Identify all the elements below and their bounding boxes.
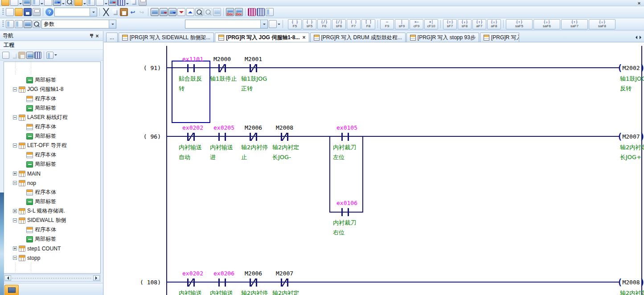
ladder-contact[interactable]: M2008 轴2内衬定长JOG- bbox=[269, 124, 300, 133]
ladder-contact[interactable]: ex0205 内衬输送进 bbox=[206, 124, 238, 133]
collapse-icon[interactable] bbox=[13, 218, 17, 222]
chevron-down-icon[interactable] bbox=[62, 3, 65, 6]
tree-item[interactable]: JOG 伺服轴1-8 bbox=[4, 85, 100, 94]
chevron-down-icon[interactable] bbox=[278, 24, 280, 26]
ladder-editor-canvas[interactable]: ( 91) ex1101 贴合鼓反转 M2000 轴1鼓停止 M2001 轴1鼓… bbox=[104, 42, 644, 295]
tree-item[interactable]: S-L 规格存储调. bbox=[4, 206, 100, 216]
device-batch-monitor-icon[interactable]: Dev bbox=[235, 8, 243, 16]
tab-sidewall[interactable]: [PRG]R 写入 SIDEWALL 胎侧架... bbox=[119, 33, 214, 42]
diagnostics-icon[interactable] bbox=[74, 0, 82, 6]
fkey-falling-pulse-close-branch[interactable]: ┤↓├saF8 bbox=[589, 19, 615, 29]
download-icon[interactable] bbox=[177, 8, 185, 16]
zoom-icon[interactable] bbox=[33, 20, 41, 28]
pin-icon[interactable] bbox=[89, 33, 94, 38]
ladder-contact[interactable]: M2006 轴2内衬停 bbox=[238, 270, 269, 279]
collapse-icon[interactable] bbox=[13, 87, 17, 91]
tree-item[interactable]: LASER 标线灯程 bbox=[4, 113, 100, 122]
fkey-instruction[interactable]: [ ]F8 bbox=[361, 19, 375, 29]
fkey-falling-pulse[interactable]: ┤↓├sF8 bbox=[458, 19, 472, 29]
combo-dropdown-button[interactable] bbox=[260, 20, 267, 28]
ladder-contact[interactable]: M2007 轴2内衬定 bbox=[269, 270, 300, 279]
ladder-contact[interactable]: M2006 轴2内衬停止 bbox=[238, 124, 269, 133]
chevron-down-icon[interactable] bbox=[126, 3, 129, 6]
convert-icon[interactable] bbox=[32, 0, 40, 6]
open-project-icon[interactable] bbox=[15, 8, 23, 16]
online-icon[interactable] bbox=[53, 0, 61, 6]
element-selection-icon[interactable] bbox=[15, 20, 23, 28]
fkey-rising-pulse[interactable]: ┤↑├sF7 bbox=[443, 19, 457, 29]
tree-item[interactable]: 程序本体 bbox=[4, 94, 100, 103]
plc-write-icon[interactable] bbox=[160, 8, 168, 16]
toolbar-grip[interactable] bbox=[2, 20, 4, 28]
help-icon[interactable]: ? bbox=[45, 8, 53, 16]
find-options-icon[interactable] bbox=[269, 20, 277, 28]
tree-item[interactable]: 程序本体 bbox=[4, 225, 100, 234]
tree-item[interactable]: 局部标签 bbox=[4, 103, 100, 113]
edit-menu-icon[interactable] bbox=[10, 0, 18, 6]
output-coil[interactable]: ( M2008 ) bbox=[617, 277, 642, 287]
tree-item[interactable]: SIDEWALL 胎侧 bbox=[4, 216, 100, 225]
scroll-right-button[interactable] bbox=[93, 275, 100, 281]
copy-data-icon[interactable] bbox=[10, 52, 17, 59]
help-menu-icon[interactable] bbox=[108, 0, 116, 6]
ladder-contact[interactable]: ex0202 内衬输送自动 bbox=[175, 124, 206, 133]
new-data-icon[interactable] bbox=[2, 52, 9, 59]
scrollbar-track[interactable] bbox=[12, 276, 92, 280]
output-coil[interactable]: ( M2002 ) bbox=[617, 62, 642, 73]
collapse-icon[interactable] bbox=[13, 115, 17, 119]
tree-item[interactable]: 局部标签 bbox=[4, 131, 100, 141]
view-icon[interactable] bbox=[44, 0, 52, 6]
collapse-icon[interactable] bbox=[13, 256, 17, 260]
ladder-contact[interactable]: ex0105 内衬裁刀左位 bbox=[329, 124, 361, 133]
combo-dropdown-button[interactable] bbox=[109, 20, 116, 28]
save-project-icon[interactable] bbox=[24, 8, 32, 16]
nav-mode-project-button[interactable] bbox=[4, 285, 19, 295]
undo-icon[interactable]: ↩ bbox=[129, 8, 137, 16]
child-close-icon[interactable]: × bbox=[636, 0, 643, 6]
ladder-contact[interactable]: ex0206 内衬输送 bbox=[206, 270, 238, 279]
ladder-contact[interactable]: M2000 轴1鼓停止 bbox=[206, 56, 238, 64]
fkey-rising-pulse-branch[interactable]: ┤↑├aF7 bbox=[472, 19, 486, 29]
toolbar-grip[interactable] bbox=[2, 8, 4, 16]
monitor-start-icon[interactable] bbox=[195, 8, 203, 16]
window-icon[interactable] bbox=[96, 0, 104, 6]
expand-icon[interactable] bbox=[13, 246, 17, 250]
expand-icon[interactable] bbox=[13, 172, 17, 176]
tab-close-icon[interactable]: × bbox=[303, 34, 306, 41]
tab-drum[interactable]: [PRG]R 写入 DRUM 成型鼓处程... bbox=[310, 33, 406, 42]
fkey-falling-pulse-branch[interactable]: ┤↓├aF8 bbox=[487, 19, 501, 29]
docking-icon[interactable] bbox=[130, 0, 138, 6]
ladder-edit-icon[interactable] bbox=[248, 8, 256, 16]
tree-item[interactable]: 程序本体 bbox=[4, 122, 100, 131]
tab-scroll-left-button[interactable] bbox=[634, 36, 637, 39]
print-menu-icon[interactable] bbox=[139, 0, 147, 6]
collapse-icon[interactable] bbox=[13, 143, 17, 148]
refresh-icon[interactable] bbox=[34, 52, 41, 59]
ladder-monitor-icon[interactable] bbox=[257, 8, 265, 16]
chevron-down-icon[interactable] bbox=[19, 3, 22, 6]
cut-icon[interactable] bbox=[102, 8, 110, 16]
tree-item[interactable]: 局部标签 bbox=[4, 75, 100, 85]
tree-item[interactable]: 局部标签 bbox=[4, 234, 100, 244]
tab-scroll-right-button[interactable] bbox=[640, 36, 643, 39]
redo-icon[interactable]: ↪ bbox=[138, 8, 146, 16]
find-replace-icon[interactable] bbox=[23, 0, 31, 6]
tab-overflow[interactable]: ... bbox=[106, 33, 118, 42]
paste-data-icon[interactable] bbox=[18, 52, 25, 59]
fkey-delete-hline[interactable]: ×─cF9 bbox=[410, 19, 423, 29]
combo-dropdown-button[interactable] bbox=[90, 8, 97, 16]
fkey-open-branch[interactable]: ┤ ├sF5 bbox=[303, 19, 316, 29]
print-icon[interactable] bbox=[33, 8, 41, 16]
ladder-contact[interactable]: ex1101 贴合鼓反转 bbox=[175, 56, 206, 64]
quick-find-combo[interactable] bbox=[54, 8, 97, 16]
data-select-combo[interactable]: 参数 bbox=[41, 20, 116, 29]
navigation-toggle-icon[interactable] bbox=[6, 20, 14, 28]
fkey-rising-pulse-close[interactable]: ┤↑├saF5 bbox=[506, 19, 533, 29]
copy-icon[interactable] bbox=[111, 8, 119, 16]
plc-read-icon[interactable] bbox=[151, 8, 159, 16]
tree-item[interactable]: MAIN bbox=[4, 169, 100, 178]
chevron-down-icon[interactable] bbox=[54, 54, 57, 57]
fkey-hline[interactable]: ─F9 bbox=[380, 19, 394, 29]
tab-jog-servo[interactable]: [PRG]R 写入 JOG 伺服轴1-8...× bbox=[215, 33, 309, 42]
data-view-icon[interactable] bbox=[26, 52, 33, 59]
